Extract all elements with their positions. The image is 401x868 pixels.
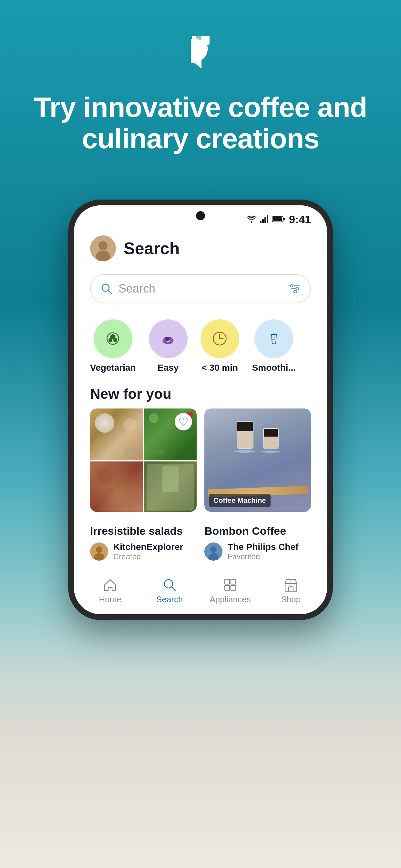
svg-rect-1 (262, 219, 264, 223)
app-header: Search (74, 229, 327, 268)
svg-rect-2 (265, 217, 266, 223)
salads-title: Irresistible salads (90, 525, 197, 537)
home-icon (103, 578, 117, 592)
appliances-icon (223, 578, 237, 592)
easy-icon (159, 330, 177, 347)
salads-author-avatar (90, 542, 108, 561)
coffee-title: Bombon Coffee (204, 525, 311, 537)
svg-point-16 (296, 287, 299, 290)
phone-screen: 9:41 Search (74, 206, 327, 614)
nav-search-label: Search (156, 594, 183, 604)
coffee-author-name: The Philips Chef (227, 542, 298, 552)
section-title: New for you (74, 383, 327, 408)
signal-icon (260, 215, 269, 223)
nav-home-label: Home (99, 594, 121, 604)
search-container: Search (74, 268, 327, 313)
phone-frame: 9:41 Search (68, 199, 333, 620)
svg-rect-3 (267, 215, 268, 223)
search-icon (100, 283, 113, 295)
svg-rect-38 (225, 579, 229, 584)
new-for-you-section: New for you (74, 383, 327, 571)
nav-appliances[interactable]: Appliances (210, 578, 251, 604)
svg-point-29 (274, 337, 275, 338)
category-easy[interactable]: Easy (149, 319, 188, 373)
nav-home[interactable]: Home (91, 578, 129, 604)
coffee-author-action: Favorited (227, 552, 298, 561)
status-icons: 9:41 (246, 213, 311, 226)
hero-title: Try innovative coffee and culinary creat… (0, 92, 401, 154)
food-img-3 (90, 461, 143, 512)
svg-line-37 (172, 587, 175, 591)
svg-point-20 (109, 338, 112, 342)
user-avatar (90, 236, 116, 261)
nav-search-icon (162, 578, 177, 592)
hero-section: Try innovative coffee and culinary creat… (0, 0, 401, 174)
svg-rect-40 (225, 585, 229, 590)
salads-author-name: KitchenExplorer (113, 542, 183, 552)
camera-dot (196, 211, 205, 220)
svg-rect-42 (285, 584, 297, 591)
vegetarian-icon (104, 330, 122, 347)
card-irresistible-salads[interactable] (90, 408, 197, 512)
category-label-easy: Easy (158, 363, 179, 373)
category-circle-vegetarian (94, 319, 132, 358)
svg-point-15 (290, 284, 293, 287)
category-smoothie[interactable]: Smoothi... (252, 319, 296, 373)
card-bombon-coffee[interactable]: Coffee Machine (204, 408, 311, 512)
salads-author-action: Created (113, 552, 183, 561)
svg-rect-0 (260, 221, 261, 223)
category-circle-quick (201, 319, 239, 358)
battery-icon (272, 216, 285, 223)
items-info-row: Irresistible salads (74, 518, 327, 571)
wifi-icon (246, 215, 257, 223)
svg-point-21 (113, 338, 117, 342)
category-circle-easy (149, 319, 188, 358)
bottom-navigation: Home Search (74, 571, 327, 614)
salads-author-details: KitchenExplorer Created (113, 542, 183, 561)
category-label-smoothie: Smoothi... (252, 363, 296, 373)
svg-rect-41 (231, 585, 236, 590)
favorite-button-salads[interactable] (175, 413, 192, 430)
svg-line-11 (108, 290, 112, 294)
heart-icon (179, 417, 188, 426)
categories-row: Vegetarian (74, 313, 327, 383)
food-img-1 (90, 408, 143, 460)
svg-point-8 (98, 241, 107, 250)
nav-appliances-label: Appliances (210, 594, 251, 604)
category-label-vegetarian: Vegetarian (90, 363, 136, 373)
category-label-quick: < 30 min (202, 363, 238, 373)
nav-shop[interactable]: Shop (272, 578, 310, 604)
smoothie-icon (265, 330, 283, 347)
nav-shop-label: Shop (281, 594, 301, 604)
svg-point-31 (96, 547, 102, 553)
svg-point-36 (164, 580, 173, 588)
search-bar[interactable]: Search (90, 274, 311, 303)
svg-rect-6 (283, 218, 285, 220)
filter-icon[interactable] (288, 283, 301, 295)
coffee-author-avatar (204, 542, 222, 561)
app-logo (183, 32, 218, 75)
coffee-author-row: The Philips Chef Favorited (204, 542, 311, 561)
category-vegetarian[interactable]: Vegetarian (90, 319, 136, 373)
search-input-placeholder[interactable]: Search (119, 282, 282, 296)
status-bar: 9:41 (74, 206, 327, 229)
svg-point-28 (273, 339, 274, 340)
svg-rect-39 (231, 579, 236, 584)
clock-icon (211, 330, 228, 347)
shop-icon (284, 578, 298, 592)
page-title: Search (124, 239, 180, 258)
category-quick[interactable]: < 30 min (201, 319, 239, 373)
svg-rect-5 (273, 217, 282, 221)
phone-mockup: 9:41 Search (0, 199, 401, 620)
item-info-coffee: Bombon Coffee T (204, 525, 311, 561)
food-img-4 (144, 461, 197, 512)
status-time: 9:41 (289, 213, 311, 226)
item-info-salads: Irresistible salads (90, 525, 197, 561)
coffee-machine-label: Coffee Machine (209, 494, 271, 507)
svg-point-17 (294, 290, 297, 293)
coffee-author-details: The Philips Chef Favorited (227, 542, 298, 561)
svg-rect-45 (289, 587, 293, 591)
svg-point-26 (219, 338, 220, 339)
nav-search[interactable]: Search (150, 578, 189, 604)
cards-container: Coffee Machine (74, 408, 327, 518)
